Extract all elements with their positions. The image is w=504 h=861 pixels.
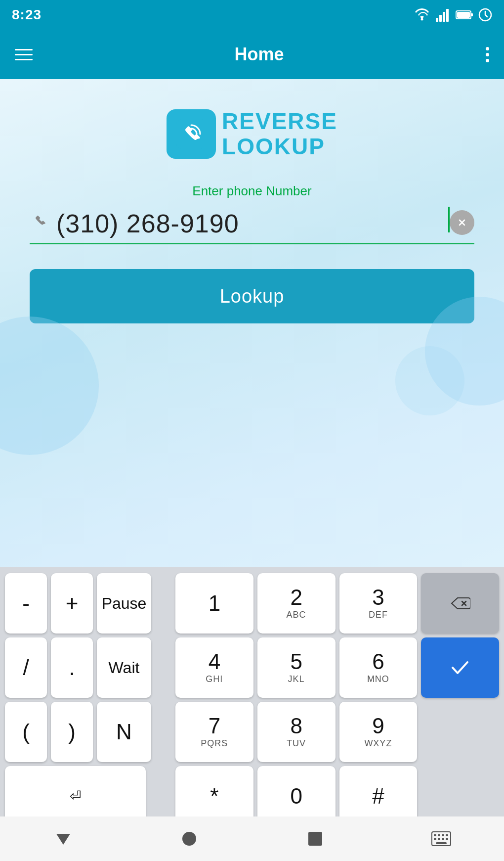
keyboard-numrow-3: 7 PQRS 8 TUV 9 WXYZ (175, 702, 499, 762)
keyboard-right: 1 2 ABC 3 DEF (175, 573, 499, 830)
svg-rect-16 (438, 834, 440, 836)
key-backspace[interactable] (421, 573, 499, 634)
decorative-circle-left (0, 317, 99, 455)
key-pause[interactable]: Pause (97, 573, 151, 634)
nav-keyboard-button[interactable] (421, 819, 461, 859)
status-time: 8:23 (12, 7, 42, 23)
main-content: REVERSE LOOKUP Enter phone Number (310) … (0, 79, 504, 618)
svg-rect-17 (442, 834, 444, 836)
key-6[interactable]: 6 MNO (339, 637, 418, 698)
key-3[interactable]: 3 DEF (339, 573, 418, 634)
key-plus[interactable]: + (51, 573, 93, 634)
logo-text: REVERSE LOOKUP (222, 109, 337, 159)
key-close-paren[interactable]: ) (51, 702, 93, 762)
logo-lookup: LOOKUP (222, 134, 337, 159)
key-2[interactable]: 2 ABC (257, 573, 336, 634)
key-slash[interactable]: / (5, 637, 47, 698)
status-icons (413, 8, 492, 22)
enter-phone-label: Enter phone Number (192, 183, 311, 199)
keyboard-icon (431, 831, 451, 846)
key-placeholder-3 (421, 702, 499, 762)
svg-point-12 (182, 832, 196, 846)
phone-logo-icon (176, 119, 206, 149)
battery-icon (456, 9, 473, 20)
svg-rect-15 (434, 834, 436, 836)
key-wait[interactable]: Wait (97, 637, 151, 698)
backspace-icon (450, 596, 470, 611)
nav-back-button[interactable] (43, 819, 83, 859)
svg-rect-18 (446, 834, 448, 836)
keyboard-row-3: ( ) N (5, 702, 151, 762)
phone-field-icon (30, 211, 48, 234)
lookup-button[interactable]: Lookup (30, 269, 474, 323)
hamburger-menu[interactable] (15, 49, 33, 60)
key-n[interactable]: N (97, 702, 151, 762)
key-minus[interactable]: - (5, 573, 47, 634)
clear-button[interactable] (450, 210, 474, 235)
svg-rect-23 (436, 842, 447, 844)
svg-marker-11 (56, 834, 70, 845)
key-4[interactable]: 4 GHI (175, 637, 253, 698)
logo-reverse: REVERSE (222, 109, 337, 134)
phone-input-row: (310) 268-9190 (30, 207, 474, 244)
key-1[interactable]: 1 (175, 573, 253, 634)
logo-container: REVERSE LOOKUP (167, 109, 337, 159)
svg-rect-19 (434, 838, 436, 840)
svg-rect-21 (442, 838, 444, 840)
keyboard-numrow-2: 4 GHI 5 JKL 6 MNO (175, 637, 499, 698)
decorative-circle-right2 (395, 346, 464, 415)
svg-rect-2 (439, 15, 442, 22)
svg-rect-7 (457, 12, 470, 18)
back-icon (54, 830, 72, 848)
svg-rect-6 (471, 13, 473, 16)
logo-icon (167, 109, 216, 159)
keyboard-numrow-1: 1 2 ABC 3 DEF (175, 573, 499, 634)
svg-rect-4 (446, 9, 449, 22)
app-bar: Home (0, 30, 504, 79)
nav-bar (0, 816, 504, 861)
keyboard-section: - + Pause / . Wait ( ) N ⏎ (5, 573, 499, 830)
more-options-button[interactable] (486, 47, 489, 62)
svg-rect-13 (308, 832, 322, 846)
app-title: Home (234, 44, 284, 65)
recent-icon (306, 830, 324, 848)
signal-icon (436, 8, 451, 22)
svg-rect-3 (443, 12, 445, 22)
nav-home-button[interactable] (169, 819, 209, 859)
sync-icon (478, 8, 492, 22)
key-5[interactable]: 5 JKL (257, 637, 336, 698)
keyboard-row-1: - + Pause (5, 573, 151, 634)
keyboard-divider (156, 573, 170, 830)
status-bar: 8:23 (0, 0, 504, 30)
key-9[interactable]: 9 WXYZ (339, 702, 418, 762)
nav-recent-button[interactable] (295, 819, 335, 859)
checkmark-icon (450, 659, 470, 676)
svg-rect-20 (438, 838, 440, 840)
key-confirm[interactable] (421, 637, 499, 698)
keyboard-left: - + Pause / . Wait ( ) N ⏎ (5, 573, 151, 830)
svg-rect-22 (446, 838, 448, 840)
key-8[interactable]: 8 TUV (257, 702, 336, 762)
phone-input-value[interactable]: (310) 268-9190 (56, 209, 448, 238)
keyboard-row-2: / . Wait (5, 637, 151, 698)
home-icon (180, 830, 198, 848)
key-dot[interactable]: . (51, 637, 93, 698)
svg-rect-1 (436, 18, 438, 22)
wifi-icon (413, 8, 431, 22)
key-open-paren[interactable]: ( (5, 702, 47, 762)
key-7[interactable]: 7 PQRS (175, 702, 253, 762)
svg-point-0 (421, 18, 423, 21)
lookup-button-label: Lookup (220, 286, 285, 307)
